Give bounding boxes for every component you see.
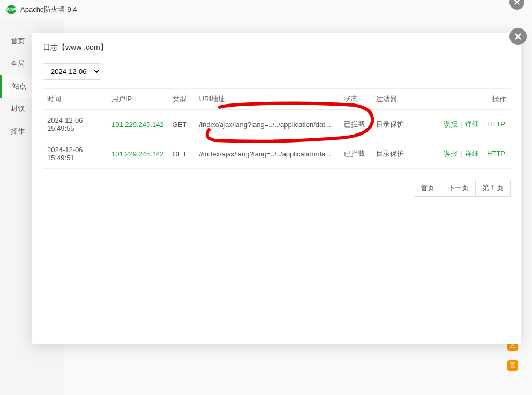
modal-close-button[interactable] <box>509 28 527 45</box>
cell-ip[interactable]: 101.229.245.142 <box>107 139 168 169</box>
col-header-time: 时间 <box>43 89 107 110</box>
action-detail[interactable]: 详细 <box>465 150 479 158</box>
cell-status: 已拦截 <box>340 139 372 169</box>
col-header-status: 状态 <box>340 89 372 110</box>
cell-uri: //index/ajax/lang?lang=../../application… <box>195 139 340 169</box>
page-next[interactable]: 下一页 <box>441 180 476 197</box>
cell-filter: 目录保护 <box>372 110 420 139</box>
waf-icon: WAF <box>6 5 16 14</box>
table-row: 2024-12-06 15:49:51 101.229.245.142 GET … <box>43 139 511 169</box>
action-misjudge[interactable]: 误报 <box>444 120 458 128</box>
log-modal: 日志【www .com】 2024-12-06 时间 用户IP 类型 URI地址… <box>32 33 521 344</box>
cell-uri: /index/ajax/lang?lang=../../application/… <box>195 110 340 139</box>
table-header-row: 时间 用户IP 类型 URI地址 状态 过滤器 操作 <box>43 89 511 110</box>
action-http[interactable]: HTTP <box>487 120 505 128</box>
window-title: Apache防火墙-9.4 <box>20 5 77 14</box>
action-detail[interactable]: 详细 <box>465 120 479 128</box>
cell-status: 已拦截 <box>340 110 372 139</box>
action-misjudge[interactable]: 误报 <box>444 150 458 158</box>
cell-filter: 目录保护 <box>372 139 420 169</box>
cell-actions: 误报 | 详细 | HTTP <box>420 139 511 169</box>
pagination: 首页下一页第 1 页 <box>43 180 511 197</box>
cell-actions: 误报 | 详细 | HTTP <box>420 110 511 139</box>
cell-type: GET <box>168 139 195 169</box>
page-first[interactable]: 首页 <box>414 180 441 197</box>
cell-ip[interactable]: 101.229.245.142 <box>107 110 168 139</box>
col-header-filter: 过滤器 <box>372 89 420 110</box>
cell-time: 2024-12-06 15:49:51 <box>43 139 107 169</box>
col-header-ip: 用户IP <box>107 89 168 110</box>
page-current: 第 1 页 <box>475 180 511 197</box>
date-select[interactable]: 2024-12-06 <box>43 63 101 80</box>
col-header-action: 操作 <box>420 89 511 110</box>
cell-time: 2024-12-06 15:49:55 <box>43 110 107 139</box>
col-header-type: 类型 <box>168 89 195 110</box>
col-header-uri: URI地址 <box>195 89 340 110</box>
cell-type: GET <box>168 110 195 139</box>
log-table: 时间 用户IP 类型 URI地址 状态 过滤器 操作 2024-12-06 15… <box>43 88 511 169</box>
window-titlebar: WAF Apache防火墙-9.4 <box>0 0 532 19</box>
modal-title: 日志【www .com】 <box>43 43 511 53</box>
table-row: 2024-12-06 15:49:55 101.229.245.142 GET … <box>43 110 511 139</box>
action-http[interactable]: HTTP <box>487 150 505 158</box>
